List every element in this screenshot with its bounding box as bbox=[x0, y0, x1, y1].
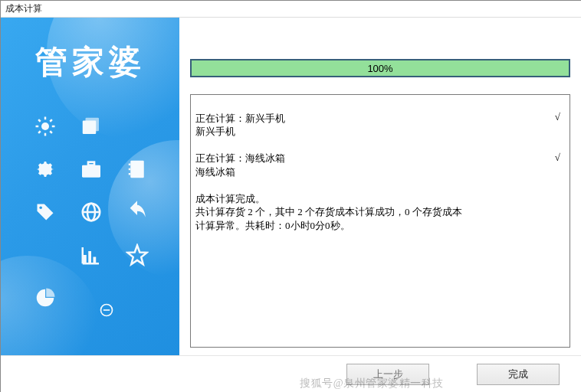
log-line: 新兴手机 bbox=[195, 126, 235, 137]
checkmark-icon: √ bbox=[555, 151, 560, 165]
window-title: 成本计算 bbox=[1, 1, 581, 18]
svg-rect-10 bbox=[83, 120, 97, 134]
brand-logo: 管家婆 bbox=[1, 41, 179, 83]
folders-icon bbox=[80, 115, 103, 140]
briefcase-icon bbox=[79, 157, 103, 184]
icon-grid bbox=[22, 106, 160, 320]
progress-label: 100% bbox=[367, 63, 392, 74]
undo-icon bbox=[125, 200, 149, 227]
finish-button[interactable]: 完成 bbox=[477, 364, 560, 385]
log-output: 正在计算：新兴手机 新兴手机√ 正在计算：海线冰箱 海线冰箱√ 成本计算完成。 … bbox=[190, 94, 570, 348]
svg-line-7 bbox=[38, 131, 41, 133]
gear-icon bbox=[34, 158, 57, 183]
log-line: 共计算存货 2 个，其中 2 个存货成本计算成功，0 个存货成本 bbox=[195, 206, 462, 217]
log-line: 正在计算：新兴手机 bbox=[195, 113, 285, 124]
checkmark-icon: √ bbox=[555, 110, 560, 124]
prev-button[interactable]: 上一步 bbox=[346, 364, 429, 385]
svg-rect-11 bbox=[82, 165, 100, 177]
svg-line-6 bbox=[50, 131, 52, 133]
svg-rect-22 bbox=[88, 251, 91, 263]
svg-point-17 bbox=[39, 206, 42, 209]
globe-icon bbox=[80, 201, 103, 226]
piechart-icon bbox=[34, 286, 57, 312]
notebook-icon bbox=[126, 158, 149, 183]
main-row: 管家婆 bbox=[1, 18, 581, 355]
svg-rect-21 bbox=[84, 255, 87, 263]
log-line: 海线冰箱 bbox=[195, 166, 235, 178]
cost-calc-window: 成本计算 管家婆 bbox=[0, 0, 581, 392]
svg-rect-13 bbox=[130, 160, 144, 178]
svg-line-8 bbox=[50, 119, 52, 122]
log-line: 计算异常。共耗时：0小时0分0秒。 bbox=[195, 220, 350, 231]
svg-point-0 bbox=[41, 122, 49, 130]
svg-line-5 bbox=[38, 119, 41, 122]
progress-bar: 100% bbox=[190, 59, 570, 77]
footer: 上一步 完成 bbox=[1, 355, 581, 392]
star-icon bbox=[126, 243, 149, 269]
content: 管家婆 bbox=[1, 18, 581, 392]
sun-icon bbox=[34, 115, 57, 140]
svg-rect-12 bbox=[88, 162, 94, 165]
log-line: 正在计算：海线冰箱 bbox=[195, 152, 285, 164]
barchart-icon bbox=[80, 243, 103, 269]
svg-rect-23 bbox=[94, 256, 97, 263]
log-line: 成本计算完成。 bbox=[195, 193, 265, 204]
minus-icon bbox=[99, 302, 114, 320]
tag-icon bbox=[34, 201, 56, 225]
right-panel: 100% 正在计算：新兴手机 新兴手机√ 正在计算：海线冰箱 海线冰箱√ 成本计… bbox=[179, 18, 581, 355]
sidebar: 管家婆 bbox=[1, 18, 179, 355]
